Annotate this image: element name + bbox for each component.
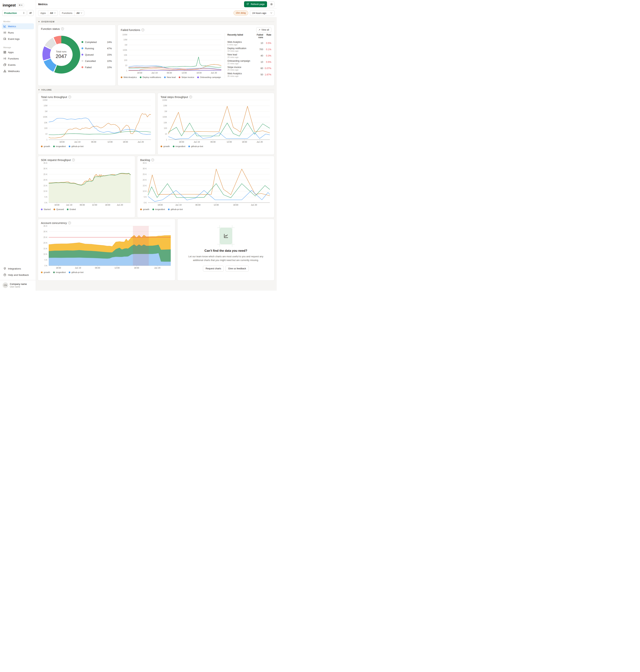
command-palette-shortcut[interactable]: ⌘ K bbox=[17, 3, 24, 7]
refresh-icon bbox=[246, 3, 249, 6]
nav-section-label: Monitor bbox=[2, 19, 34, 23]
card-title: SDK request throughput bbox=[41, 158, 71, 161]
svg-text:35 K: 35 K bbox=[43, 225, 47, 227]
card-title: Failed functions bbox=[121, 28, 140, 31]
request-charts-button[interactable]: Request charts bbox=[203, 266, 224, 272]
svg-text:1M: 1M bbox=[45, 110, 47, 112]
svg-text:100M: 100M bbox=[43, 99, 47, 101]
recently-failed-row[interactable]: New lead20 mins ago 400.3% bbox=[228, 53, 271, 59]
svg-text:Jun 19: Jun 19 bbox=[175, 204, 181, 206]
recently-failed-row[interactable]: Stripe invoice25 mins ago 600.07% bbox=[228, 65, 271, 71]
recently-failed-row[interactable]: Web Analytics5 mins ago 100.5% bbox=[228, 40, 271, 46]
help-icon[interactable]: ? bbox=[68, 221, 71, 224]
functions-filter[interactable]: Functions All bbox=[60, 10, 84, 16]
svg-text:Jun 20: Jun 20 bbox=[251, 204, 257, 206]
sdk-request-throughput-card: SDK request throughput? 35 K30 K25 K20 K… bbox=[38, 156, 135, 218]
svg-text:10K: 10K bbox=[44, 121, 47, 124]
sidebar-item-runs[interactable]: Runs bbox=[2, 30, 34, 35]
environment-select[interactable]: Production bbox=[2, 10, 27, 16]
sidebar-item-events[interactable]: Events bbox=[2, 62, 34, 68]
filter-bar: Apps All Functions All 15m delay 24 hour… bbox=[36, 9, 277, 18]
view-all-button[interactable]: ↗View all bbox=[256, 27, 271, 32]
apps-filter[interactable]: Apps All bbox=[38, 10, 58, 16]
events-icon bbox=[3, 63, 6, 66]
donut-legend-item: Cancelled10% bbox=[82, 60, 112, 62]
svg-text:12:00: 12:00 bbox=[107, 141, 113, 143]
total-steps-chart-legend: growthinngestbotgithub-pr-bot bbox=[161, 145, 271, 147]
help-icon[interactable]: ? bbox=[72, 159, 75, 161]
recently-failed-row[interactable]: Onboarding campaign22 mins ago 100.5% bbox=[228, 59, 271, 65]
recently-failed-row[interactable]: Deploy notification10 mins ago 7000.1% bbox=[228, 46, 271, 53]
sidebar-item-help-and-feedback[interactable]: Help and feedback bbox=[2, 272, 34, 278]
failed-functions-chart-legend: Web AnalyticsDeploy notificationsNew lea… bbox=[121, 76, 223, 78]
legend-item: Started bbox=[41, 208, 50, 211]
sidebar-item-metrics[interactable]: Metrics bbox=[2, 23, 34, 29]
apps-icon bbox=[3, 51, 6, 54]
chevron-down-icon bbox=[271, 12, 272, 14]
gear-icon bbox=[270, 3, 273, 6]
recently-failed-list: Recently failed Failed runs Rate Web Ana… bbox=[224, 33, 271, 78]
avatar: CN bbox=[3, 283, 8, 288]
legend-item: New lead bbox=[164, 76, 176, 78]
account-menu[interactable]: CN Company name User name bbox=[2, 282, 34, 289]
svg-text:15 K: 15 K bbox=[143, 185, 147, 187]
svg-text:10: 10 bbox=[125, 64, 127, 67]
settings-button[interactable] bbox=[268, 1, 274, 7]
legend-item: inngestbot bbox=[53, 145, 66, 147]
give-feedback-button[interactable]: Give us feedback bbox=[226, 266, 249, 272]
svg-text:15 K: 15 K bbox=[43, 185, 47, 187]
refresh-page-button[interactable]: Refresh page bbox=[244, 1, 267, 7]
section-volume[interactable]: ▼ VOLUME bbox=[38, 88, 275, 93]
environment-filter-button[interactable] bbox=[28, 10, 33, 16]
svg-text:18:00: 18:00 bbox=[242, 141, 247, 143]
card-title: Account concurrency bbox=[41, 221, 67, 225]
svg-text:100K: 100K bbox=[43, 116, 47, 118]
recently-failed-row[interactable]: Web Analytics35 mins ago 501.67% bbox=[228, 71, 271, 78]
help-icon[interactable]: ? bbox=[142, 29, 144, 31]
card-title: Function status bbox=[41, 27, 60, 30]
chevron-down-icon bbox=[81, 12, 82, 14]
legend-item: inngestbot bbox=[173, 145, 185, 147]
legend-item: Deploy notifications bbox=[140, 76, 161, 78]
sidebar-nav: MonitorMetricsRunsEvent logsManageAppsFu… bbox=[2, 19, 34, 74]
sidebar-item-webhooks[interactable]: Webhooks bbox=[2, 68, 34, 74]
svg-text:06:00: 06:00 bbox=[210, 141, 216, 143]
section-overview[interactable]: ▼ OVERVIEW bbox=[38, 19, 275, 25]
help-icon[interactable]: ? bbox=[61, 27, 64, 30]
svg-text:18:00: 18:00 bbox=[233, 204, 238, 206]
svg-text:06:00: 06:00 bbox=[91, 141, 96, 143]
donut-legend-item: Failed10% bbox=[82, 66, 112, 69]
legend-item: inngestbot bbox=[53, 271, 66, 273]
sdk-chart-legend: StartedQueuedEnded bbox=[41, 208, 132, 211]
legend-item: Onboarding campaign bbox=[197, 76, 221, 78]
svg-text:Jun 19: Jun 19 bbox=[75, 267, 81, 269]
sidebar-item-functions[interactable]: Functions bbox=[2, 56, 34, 61]
svg-text:100: 100 bbox=[124, 59, 127, 61]
chart-line-icon bbox=[223, 233, 228, 238]
total-steps-throughput-card: Total steps throughput? 100M10M1M100K10K… bbox=[157, 93, 274, 155]
failed-functions-card: Failed functions? ↗View all 100M10M1M100… bbox=[118, 25, 274, 86]
help-icon[interactable]: ? bbox=[68, 96, 71, 98]
sliders-icon bbox=[29, 12, 32, 14]
time-range-select[interactable]: 24 hours ago bbox=[250, 10, 274, 16]
sidebar-item-integrations[interactable]: Integrations bbox=[2, 266, 34, 272]
legend-item: Queued bbox=[54, 208, 64, 211]
apps-filter-label: Apps bbox=[38, 10, 48, 16]
app-root: inngest ⌘ K Production MonitorMetricsRun… bbox=[0, 0, 277, 291]
svg-text:18:00: 18:00 bbox=[56, 267, 61, 269]
donut-center-label: Total runs bbox=[56, 50, 66, 53]
svg-text:1: 1 bbox=[126, 70, 127, 72]
svg-text:5 K: 5 K bbox=[44, 259, 47, 261]
integrations-icon bbox=[3, 267, 6, 270]
svg-text:18:00: 18:00 bbox=[197, 72, 202, 74]
svg-text:25 K: 25 K bbox=[143, 173, 147, 175]
account-concurrency-card: Account concurrency? 35 K30 K25 K20 K15 … bbox=[38, 219, 175, 281]
help-icon[interactable]: ? bbox=[189, 96, 192, 98]
svg-text:06:00: 06:00 bbox=[195, 204, 201, 206]
metrics-icon bbox=[3, 25, 6, 28]
sidebar-item-apps[interactable]: Apps bbox=[2, 49, 34, 55]
total-runs-chart-legend: growthinngestbotgithub-pr-bot bbox=[41, 145, 152, 147]
sidebar-item-event-logs[interactable]: Event logs bbox=[2, 36, 34, 42]
legend-item: Web Analytics bbox=[121, 76, 137, 78]
help-icon[interactable]: ? bbox=[151, 159, 154, 161]
